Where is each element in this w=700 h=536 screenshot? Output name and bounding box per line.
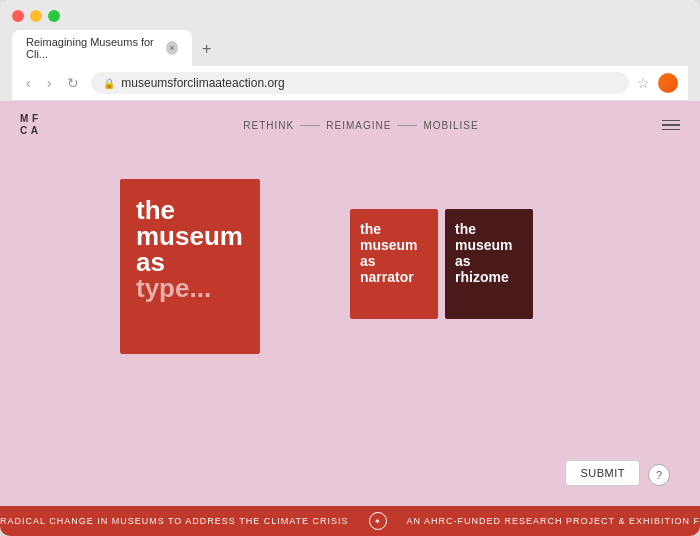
bookmark-icon[interactable]: ☆ [637,75,650,91]
maximize-button[interactable] [48,10,60,22]
back-button[interactable]: ‹ [22,73,35,93]
card-large[interactable]: the museum as type... [120,179,260,354]
card-rhizome-text: the museum as rhizome [455,221,523,285]
nav-reimagine[interactable]: REIMAGINE [326,120,391,131]
card-narrator-text: the museum as narrator [360,221,428,285]
tab-close-button[interactable]: × [166,41,178,55]
address-bar-row: ‹ › ↻ 🔒 museumsforclimaateaction.org ☆ [12,66,688,101]
close-button[interactable] [12,10,24,22]
address-bar[interactable]: 🔒 museumsforclimaateaction.org [91,72,629,94]
card-narrator[interactable]: the museum as narrator [350,209,438,319]
card-large-text: the museum as [136,197,244,275]
browser-window: Reimagining Museums for Cli... × + ‹ › ↻… [0,0,700,536]
ticker-text-1: RADICAL CHANGE IN MUSEUMS TO ADDRESS THE… [0,516,349,526]
url-text: museumsforclimaateaction.org [121,76,284,90]
help-button[interactable]: ? [648,464,670,486]
ticker-content: RADICAL CHANGE IN MUSEUMS TO ADDRESS THE… [0,512,700,530]
profile-icon[interactable] [658,73,678,93]
ticker-logo: ✦ [369,512,387,530]
nav-rethink[interactable]: RETHINK [243,120,294,131]
hamburger-line-3 [662,129,680,131]
submit-button[interactable]: SUBMIT [565,460,640,486]
main-area: the museum as type... the museum as narr… [0,149,700,506]
hamburger-menu[interactable] [662,120,680,131]
card-rhizome[interactable]: the museum as rhizome [445,209,533,319]
ticker-text-2: AN AHRC-FUNDED RESEARCH PROJECT & EXHIBI… [407,516,700,526]
traffic-lights [12,10,688,22]
lock-icon: 🔒 [103,78,115,89]
new-tab-button[interactable]: + [192,34,221,64]
tab-title: Reimagining Museums for Cli... [26,36,158,60]
hamburger-line-2 [662,124,680,126]
nav-links: RETHINK REIMAGINE MOBILISE [243,120,478,131]
browser-actions: ☆ [637,73,678,93]
refresh-button[interactable]: ↻ [63,73,83,93]
tab-bar: Reimagining Museums for Cli... × + [12,30,688,66]
browser-chrome: Reimagining Museums for Cli... × + ‹ › ↻… [0,0,700,101]
ticker-bar: RADICAL CHANGE IN MUSEUMS TO ADDRESS THE… [0,506,700,536]
site-nav: M F C A RETHINK REIMAGINE MOBILISE [0,101,700,149]
hamburger-line-1 [662,120,680,122]
site-logo: M F C A [20,113,60,137]
forward-button[interactable]: › [43,73,56,93]
card-large-subtext: type... [136,275,244,301]
page-content: M F C A RETHINK REIMAGINE MOBILISE the [0,101,700,536]
nav-dash-2 [397,125,417,126]
nav-mobilise[interactable]: MOBILISE [423,120,478,131]
nav-dash-1 [300,125,320,126]
active-tab[interactable]: Reimagining Museums for Cli... × [12,30,192,66]
minimize-button[interactable] [30,10,42,22]
